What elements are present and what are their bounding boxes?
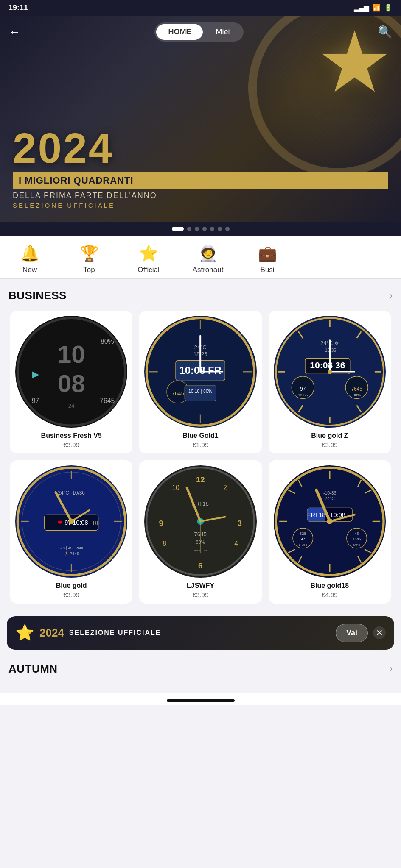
category-top[interactable]: 🏆 Top (59, 245, 119, 274)
business-icon: 💼 (258, 245, 277, 262)
top-label: Top (83, 266, 95, 274)
home-bar[interactable] (167, 699, 235, 702)
tab-home[interactable]: HOME (156, 24, 203, 40)
svg-text:10:08: 10:08 (73, 519, 88, 526)
svg-text:6: 6 (198, 562, 202, 570)
watch-price-0: €3.99 (63, 441, 79, 448)
wifi-icon: 📶 (372, 4, 381, 12)
svg-text:4: 4 (235, 540, 238, 548)
home-indicator (0, 693, 401, 705)
business-section-header: BUSINESS › (8, 289, 393, 302)
svg-text:10: 10 (172, 484, 180, 491)
watch-grid: 10 08 ▶ 80% 7645 97 24 Business Fresh V5… (8, 311, 393, 604)
dot-1[interactable] (172, 227, 184, 231)
watch-name-1: Blue Gold1 (182, 432, 218, 440)
watch-name-0: Business Fresh V5 (41, 432, 102, 440)
svg-text:10: 10 (58, 340, 85, 368)
watch-card-blue-gold18[interactable]: -10-36 24°C FRI 18 10:08 328 97 1-255 45… (269, 460, 391, 603)
clock-svg-blue-gold: ❤ 97 10:08 FRI 24°C -10/36 328 | 45 | 26… (15, 465, 127, 577)
category-new[interactable]: 🔔 New (0, 245, 59, 274)
svg-text:97: 97 (32, 397, 39, 404)
promo-banner: ⭐ 2024 SELEZIONE UFFICIALE Vai ✕ (7, 616, 394, 650)
watch-card-blue-gold-z[interactable]: 10:08 36 97 1/255 7645 80% 24°C ❄ -10/36 (269, 311, 391, 453)
dot-6[interactable] (218, 227, 222, 231)
category-official[interactable]: ⭐ Official (119, 245, 178, 274)
clock-svg-blue-gold1: 10:08 FR 7645 10 18 | 80% 24°C 18/26 (144, 316, 256, 428)
new-icon: 🔔 (20, 245, 39, 262)
watch-card-ljswfy[interactable]: 12 3 6 9 2 10 4 8 FRI 18 7645 80% ......… (139, 460, 261, 603)
top-icon: 🏆 (80, 245, 99, 262)
dot-3[interactable] (195, 227, 199, 231)
svg-text:10:08 36: 10:08 36 (310, 360, 345, 370)
clock-svg-blue-gold18: -10-36 24°C FRI 18 10:08 328 97 1-255 45… (274, 465, 386, 577)
autumn-section-title: AUTUMN (8, 662, 58, 676)
category-astronaut[interactable]: 🧑‍🚀 Astronaut (178, 245, 238, 274)
dot-2[interactable] (187, 227, 191, 231)
svg-text:80%: 80% (353, 543, 360, 547)
dot-4[interactable] (202, 227, 207, 231)
svg-text:80%: 80% (101, 338, 114, 345)
search-button[interactable]: 🔍 (378, 25, 393, 39)
clock-svg-ljswfy: 12 3 6 9 2 10 4 8 FRI 18 7645 80% ......… (144, 465, 256, 577)
autumn-section: AUTUMN › (0, 658, 401, 693)
status-bar: 19:11 ▂▄▆ 📶 🔋 (0, 0, 401, 16)
svg-text:328: 328 (300, 531, 306, 536)
promo-vai-button[interactable]: Vai (336, 624, 368, 642)
svg-text:7645: 7645 (172, 390, 184, 397)
promo-star-icon: ⭐ (15, 624, 34, 642)
business-section: BUSINESS › 10 08 ▶ 80% 7645 97 24 Busine… (0, 279, 401, 608)
hero-subtitle3: SELEZIONE UFFICIALE (13, 202, 388, 209)
signal-icon: ▂▄▆ (354, 4, 369, 12)
category-business[interactable]: 💼 Busi (238, 245, 297, 274)
hero-subtitle2: DELLA PRIMA PARTE DELL'ANNO (13, 191, 388, 200)
tab-miei[interactable]: Miei (204, 24, 241, 40)
promo-close-button[interactable]: ✕ (373, 626, 386, 639)
watch-card-blue-gold1[interactable]: 10:08 FR 7645 10 18 | 80% 24°C 18/26 Blu… (139, 311, 261, 453)
status-icons: ▂▄▆ 📶 🔋 (354, 4, 393, 12)
watch-name-3: Blue gold (56, 582, 87, 590)
new-label: New (22, 266, 37, 274)
svg-text:97: 97 (300, 537, 305, 541)
svg-text:328 | 45 | 2680: 328 | 45 | 2680 (58, 546, 84, 551)
dot-5[interactable] (210, 227, 214, 231)
watch-face-blue-gold18: -10-36 24°C FRI 18 10:08 328 97 1-255 45… (274, 465, 386, 577)
official-icon: ⭐ (139, 245, 158, 262)
watch-price-5: €4.99 (322, 591, 338, 598)
business-section-title: BUSINESS (8, 289, 67, 302)
watch-price-4: €3.99 (193, 591, 209, 598)
astronaut-icon: 🧑‍🚀 (199, 245, 218, 262)
hero-dots (0, 222, 401, 236)
watch-price-2: €3.99 (322, 441, 338, 448)
svg-point-108 (327, 519, 332, 524)
autumn-more-button[interactable]: › (390, 663, 393, 674)
dot-7[interactable] (225, 227, 230, 231)
back-button[interactable]: ← (8, 25, 20, 39)
svg-point-61 (69, 519, 74, 524)
watch-face-blue-gold: ❤ 97 10:08 FRI 24°C -10/36 328 | 45 | 26… (15, 465, 127, 577)
business-label: Busi (260, 266, 274, 274)
astronaut-label: Astronaut (193, 266, 224, 274)
battery-icon: 🔋 (384, 4, 393, 12)
official-label: Official (137, 266, 160, 274)
watch-name-4: LJSWFY (187, 582, 214, 590)
svg-text:08: 08 (58, 370, 85, 397)
hero-banner: ★ ← HOME Miei 🔍 2024 I MIGLIORI QUADRANT… (0, 16, 401, 236)
svg-text:12: 12 (196, 475, 205, 484)
watch-card-blue-gold[interactable]: ❤ 97 10:08 FRI 24°C -10/36 328 | 45 | 26… (10, 460, 132, 603)
watch-face-blue-gold1: 10:08 FR 7645 10 18 | 80% 24°C 18/26 (144, 316, 256, 428)
hero-year: 2024 (13, 127, 388, 169)
watch-face-business-fresh: 10 08 ▶ 80% 7645 97 24 (15, 316, 127, 428)
watch-card-business-fresh[interactable]: 10 08 ▶ 80% 7645 97 24 Business Fresh V5… (10, 311, 132, 453)
watch-face-ljswfy: 12 3 6 9 2 10 4 8 FRI 18 7645 80% ......… (144, 465, 256, 577)
svg-text:7645: 7645 (352, 537, 361, 541)
svg-text:❤: ❤ (58, 520, 62, 526)
svg-text:24°C: 24°C (325, 496, 335, 501)
svg-text:8: 8 (163, 540, 167, 548)
promo-year: 2024 (39, 626, 64, 640)
svg-text:1-255: 1-255 (298, 543, 307, 547)
hero-subtitle1: I MIGLIORI QUADRANTI (13, 172, 388, 189)
promo-text: SELEZIONE UFFICIALE (69, 629, 331, 637)
svg-text:🏃 7645: 🏃 7645 (64, 551, 79, 556)
business-more-button[interactable]: › (390, 290, 393, 301)
clock-svg-fresh: 10 08 ▶ 80% 7645 97 24 (15, 316, 127, 428)
